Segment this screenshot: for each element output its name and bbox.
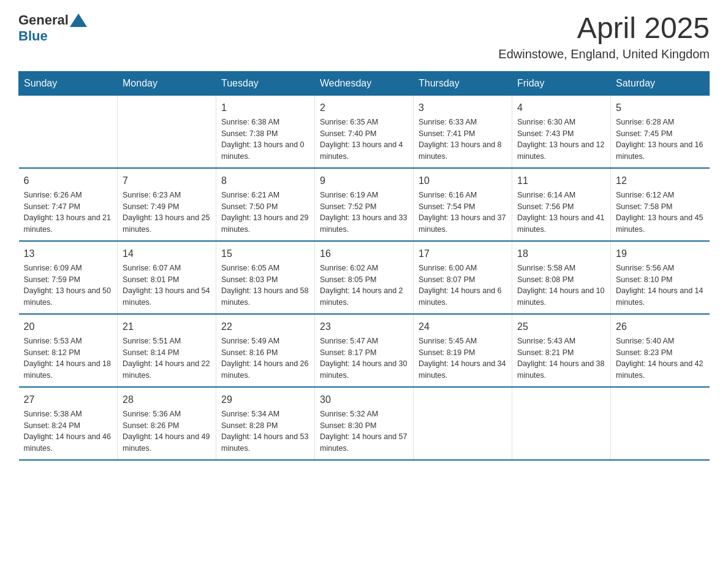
day-number: 28 xyxy=(123,393,211,407)
day-number: 15 xyxy=(221,247,309,261)
calendar-cell: 6Sunrise: 6:26 AMSunset: 7:47 PMDaylight… xyxy=(19,168,118,241)
day-number: 26 xyxy=(616,320,705,334)
day-number: 4 xyxy=(517,101,605,115)
day-info: Sunrise: 5:43 AMSunset: 8:21 PMDaylight:… xyxy=(517,335,605,381)
calendar-cell: 14Sunrise: 6:07 AMSunset: 8:01 PMDayligh… xyxy=(118,241,216,314)
day-info: Sunrise: 6:23 AMSunset: 7:49 PMDaylight:… xyxy=(123,190,211,236)
calendar-cell: 9Sunrise: 6:19 AMSunset: 7:52 PMDaylight… xyxy=(315,168,414,241)
day-number: 11 xyxy=(517,174,605,188)
title-section: April 2025 Edwinstowe, England, United K… xyxy=(498,12,710,61)
day-info: Sunrise: 5:58 AMSunset: 8:08 PMDaylight:… xyxy=(517,262,605,308)
calendar-cell xyxy=(611,387,710,460)
day-number: 13 xyxy=(24,247,113,261)
calendar-cell: 7Sunrise: 6:23 AMSunset: 7:49 PMDaylight… xyxy=(118,168,216,241)
calendar-cell xyxy=(414,387,512,460)
calendar-cell: 24Sunrise: 5:45 AMSunset: 8:19 PMDayligh… xyxy=(414,314,512,387)
day-info: Sunrise: 6:28 AMSunset: 7:45 PMDaylight:… xyxy=(616,117,705,163)
day-number: 3 xyxy=(419,101,507,115)
day-number: 18 xyxy=(517,247,605,261)
calendar-cell: 27Sunrise: 5:38 AMSunset: 8:24 PMDayligh… xyxy=(19,387,118,460)
day-number: 16 xyxy=(320,247,408,261)
calendar-cell: 3Sunrise: 6:33 AMSunset: 7:41 PMDaylight… xyxy=(414,95,512,168)
day-info: Sunrise: 5:40 AMSunset: 8:23 PMDaylight:… xyxy=(616,335,705,381)
calendar-cell: 20Sunrise: 5:53 AMSunset: 8:12 PMDayligh… xyxy=(19,314,118,387)
calendar-cell: 1Sunrise: 6:38 AMSunset: 7:38 PMDaylight… xyxy=(216,95,315,168)
calendar-header-row: SundayMondayTuesdayWednesdayThursdayFrid… xyxy=(19,71,710,95)
page-header: General Blue April 2025 Edwinstowe, Engl… xyxy=(18,12,710,61)
calendar-cell xyxy=(512,387,611,460)
svg-marker-0 xyxy=(70,13,87,27)
day-number: 2 xyxy=(320,101,408,115)
day-number: 8 xyxy=(221,174,309,188)
day-number: 17 xyxy=(419,247,507,261)
day-info: Sunrise: 6:05 AMSunset: 8:03 PMDaylight:… xyxy=(221,262,309,308)
column-header-saturday: Saturday xyxy=(611,71,710,95)
day-number: 23 xyxy=(320,320,408,334)
day-info: Sunrise: 5:53 AMSunset: 8:12 PMDaylight:… xyxy=(24,335,113,381)
day-number: 7 xyxy=(123,174,211,188)
day-number: 6 xyxy=(24,174,113,188)
calendar-cell: 23Sunrise: 5:47 AMSunset: 8:17 PMDayligh… xyxy=(315,314,414,387)
calendar-cell xyxy=(118,95,216,168)
column-header-friday: Friday xyxy=(512,71,611,95)
calendar-cell xyxy=(19,95,118,168)
day-info: Sunrise: 6:00 AMSunset: 8:07 PMDaylight:… xyxy=(419,262,507,308)
day-info: Sunrise: 6:16 AMSunset: 7:54 PMDaylight:… xyxy=(419,190,507,236)
day-number: 30 xyxy=(320,393,408,407)
day-number: 10 xyxy=(419,174,507,188)
calendar-week-row: 20Sunrise: 5:53 AMSunset: 8:12 PMDayligh… xyxy=(19,314,710,387)
page-title: April 2025 xyxy=(498,12,710,45)
day-info: Sunrise: 5:38 AMSunset: 8:24 PMDaylight:… xyxy=(24,408,113,454)
day-number: 21 xyxy=(123,320,211,334)
column-header-wednesday: Wednesday xyxy=(315,71,414,95)
calendar-cell: 30Sunrise: 5:32 AMSunset: 8:30 PMDayligh… xyxy=(315,387,414,460)
day-number: 25 xyxy=(517,320,605,334)
calendar-cell: 17Sunrise: 6:00 AMSunset: 8:07 PMDayligh… xyxy=(414,241,512,314)
calendar-week-row: 13Sunrise: 6:09 AMSunset: 7:59 PMDayligh… xyxy=(19,241,710,314)
day-info: Sunrise: 6:30 AMSunset: 7:43 PMDaylight:… xyxy=(517,117,605,163)
calendar-cell: 2Sunrise: 6:35 AMSunset: 7:40 PMDaylight… xyxy=(315,95,414,168)
logo-text-blue: Blue xyxy=(18,28,48,44)
calendar-cell: 21Sunrise: 5:51 AMSunset: 8:14 PMDayligh… xyxy=(118,314,216,387)
column-header-thursday: Thursday xyxy=(414,71,512,95)
day-number: 19 xyxy=(616,247,705,261)
calendar-cell: 8Sunrise: 6:21 AMSunset: 7:50 PMDaylight… xyxy=(216,168,315,241)
day-info: Sunrise: 6:02 AMSunset: 8:05 PMDaylight:… xyxy=(320,262,408,308)
calendar-cell: 5Sunrise: 6:28 AMSunset: 7:45 PMDaylight… xyxy=(611,95,710,168)
day-info: Sunrise: 6:26 AMSunset: 7:47 PMDaylight:… xyxy=(24,190,113,236)
logo-text-general: General xyxy=(18,12,69,28)
day-info: Sunrise: 5:49 AMSunset: 8:16 PMDaylight:… xyxy=(221,335,309,381)
calendar-cell: 11Sunrise: 6:14 AMSunset: 7:56 PMDayligh… xyxy=(512,168,611,241)
day-info: Sunrise: 5:32 AMSunset: 8:30 PMDaylight:… xyxy=(320,408,408,454)
day-info: Sunrise: 5:56 AMSunset: 8:10 PMDaylight:… xyxy=(616,262,705,308)
day-info: Sunrise: 6:07 AMSunset: 8:01 PMDaylight:… xyxy=(123,262,211,308)
day-number: 1 xyxy=(221,101,309,115)
page-subtitle: Edwinstowe, England, United Kingdom xyxy=(498,47,710,61)
day-info: Sunrise: 5:47 AMSunset: 8:17 PMDaylight:… xyxy=(320,335,408,381)
calendar-cell: 10Sunrise: 6:16 AMSunset: 7:54 PMDayligh… xyxy=(414,168,512,241)
day-info: Sunrise: 6:19 AMSunset: 7:52 PMDaylight:… xyxy=(320,190,408,236)
day-info: Sunrise: 6:35 AMSunset: 7:40 PMDaylight:… xyxy=(320,117,408,163)
calendar-week-row: 27Sunrise: 5:38 AMSunset: 8:24 PMDayligh… xyxy=(19,387,710,460)
day-number: 20 xyxy=(24,320,113,334)
calendar-cell: 29Sunrise: 5:34 AMSunset: 8:28 PMDayligh… xyxy=(216,387,315,460)
calendar-cell: 22Sunrise: 5:49 AMSunset: 8:16 PMDayligh… xyxy=(216,314,315,387)
day-number: 27 xyxy=(24,393,113,407)
calendar-cell: 18Sunrise: 5:58 AMSunset: 8:08 PMDayligh… xyxy=(512,241,611,314)
calendar-cell: 28Sunrise: 5:36 AMSunset: 8:26 PMDayligh… xyxy=(118,387,216,460)
calendar-cell: 19Sunrise: 5:56 AMSunset: 8:10 PMDayligh… xyxy=(611,241,710,314)
day-info: Sunrise: 6:33 AMSunset: 7:41 PMDaylight:… xyxy=(419,117,507,163)
day-info: Sunrise: 5:36 AMSunset: 8:26 PMDaylight:… xyxy=(123,408,211,454)
day-number: 12 xyxy=(616,174,705,188)
calendar-cell: 26Sunrise: 5:40 AMSunset: 8:23 PMDayligh… xyxy=(611,314,710,387)
calendar-cell: 25Sunrise: 5:43 AMSunset: 8:21 PMDayligh… xyxy=(512,314,611,387)
calendar-cell: 12Sunrise: 6:12 AMSunset: 7:58 PMDayligh… xyxy=(611,168,710,241)
day-info: Sunrise: 6:21 AMSunset: 7:50 PMDaylight:… xyxy=(221,190,309,236)
day-number: 29 xyxy=(221,393,309,407)
day-info: Sunrise: 5:45 AMSunset: 8:19 PMDaylight:… xyxy=(419,335,507,381)
logo: General Blue xyxy=(18,12,88,44)
calendar-cell: 4Sunrise: 6:30 AMSunset: 7:43 PMDaylight… xyxy=(512,95,611,168)
calendar-table: SundayMondayTuesdayWednesdayThursdayFrid… xyxy=(18,71,710,461)
day-info: Sunrise: 5:51 AMSunset: 8:14 PMDaylight:… xyxy=(123,335,211,381)
day-info: Sunrise: 6:14 AMSunset: 7:56 PMDaylight:… xyxy=(517,190,605,236)
